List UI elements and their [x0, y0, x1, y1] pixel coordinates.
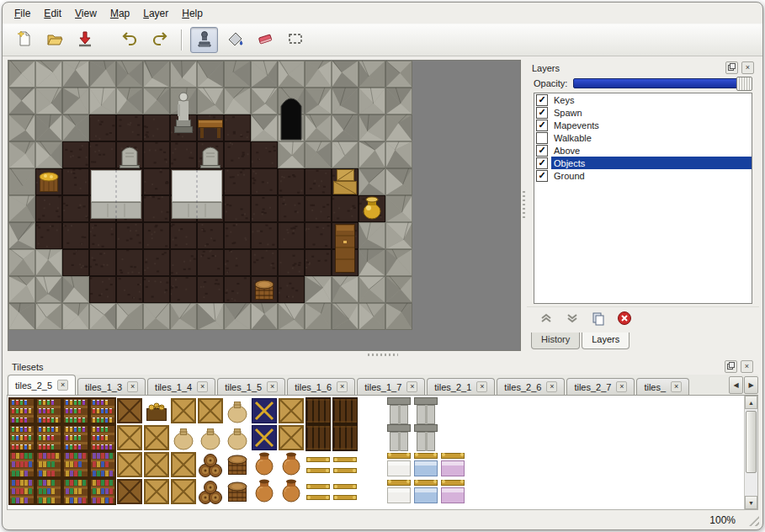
menu-edit[interactable]: Edit — [37, 5, 68, 22]
map-view[interactable] — [8, 60, 521, 351]
fill-tool-button[interactable] — [220, 27, 248, 53]
raise-layer-button[interactable] — [537, 311, 555, 329]
tileset-view[interactable]: ▲ ▼ — [7, 396, 758, 510]
tileset-canvas[interactable] — [8, 397, 466, 505]
tab-close-icon[interactable]: × — [197, 381, 208, 392]
tileset-tab-label: tiles_2_5 — [15, 380, 52, 391]
resize-grip[interactable] — [749, 516, 759, 526]
float-dock-button[interactable] — [725, 360, 737, 373]
layer-visibility-checkbox[interactable]: ✓ — [536, 170, 548, 182]
layer-label: Ground — [554, 171, 585, 181]
tileset-tab-tiles_2_6[interactable]: tiles_2_6× — [497, 378, 565, 395]
scroll-down-button[interactable]: ▼ — [745, 496, 757, 509]
stamp-tool-button[interactable] — [190, 27, 218, 53]
tileset-tab-tiles_1_3[interactable]: tiles_1_3× — [77, 378, 146, 395]
layer-row-ground[interactable]: ✓Ground — [534, 169, 752, 182]
layer-row-keys[interactable]: ✓Keys — [534, 93, 752, 106]
tabs-scroll-right-button[interactable]: ▶ — [744, 376, 758, 394]
tab-close-icon[interactable]: × — [406, 381, 417, 392]
tab-scroll-arrows: ◀ ▶ — [727, 376, 758, 394]
menu-layer[interactable]: Layer — [136, 5, 175, 22]
opacity-slider-handle[interactable] — [736, 77, 752, 91]
tab-close-icon[interactable]: × — [476, 381, 487, 392]
menu-file[interactable]: File — [8, 5, 37, 22]
menu-help[interactable]: Help — [175, 5, 210, 22]
opacity-label: Opacity: — [534, 78, 567, 88]
stamp-tool-icon — [195, 29, 214, 51]
select-region-icon — [286, 29, 305, 51]
undo-icon — [120, 29, 139, 51]
close-icon: × — [745, 363, 749, 370]
layer-visibility-checkbox[interactable]: ✓ — [536, 94, 548, 106]
dock-tab-layers[interactable]: Layers — [582, 332, 630, 349]
vertical-splitter[interactable] — [521, 60, 527, 351]
layer-row-mapevents[interactable]: ✓Mapevents — [534, 119, 752, 131]
tileset-tab-label: tiles_2_1 — [434, 382, 471, 392]
layers-dock-titlebar: Layers × — [527, 60, 759, 76]
layer-row-above[interactable]: ✓Above — [534, 144, 752, 157]
tab-close-icon[interactable]: × — [267, 381, 278, 392]
lower-layer-button[interactable] — [563, 311, 582, 329]
tileset-tab-label: tiles_1_3 — [85, 382, 122, 392]
dock-tab-bar: HistoryLayers — [527, 332, 759, 351]
scrollbar-thumb[interactable] — [746, 411, 757, 473]
tileset-tab-tiles_1_5[interactable]: tiles_1_5× — [217, 378, 285, 395]
tabs-scroll-left-button[interactable]: ◀ — [729, 376, 743, 394]
layer-visibility-checkbox[interactable]: ✓ — [536, 145, 548, 157]
dock-tab-history[interactable]: History — [531, 332, 580, 349]
menu-view[interactable]: View — [68, 5, 104, 22]
undo-button[interactable] — [115, 27, 143, 53]
duplicate-layer-button[interactable] — [589, 311, 608, 329]
tileset-tab-label: tiles_1_4 — [155, 382, 192, 392]
layer-row-objects[interactable]: ✓Objects — [534, 157, 752, 169]
tileset-scrollbar[interactable]: ▲ ▼ — [744, 396, 757, 509]
zoom-level: 100% — [709, 514, 736, 526]
lower-layer-icon — [565, 311, 580, 329]
layer-label: Keys — [554, 95, 574, 105]
layer-row-walkable[interactable]: Walkable — [534, 131, 752, 144]
save-button[interactable] — [71, 27, 98, 53]
layer-toolbar — [527, 306, 759, 332]
map-canvas[interactable] — [8, 61, 412, 330]
tileset-tab-tiles_2_1[interactable]: tiles_2_1× — [427, 378, 495, 395]
open-folder-icon — [45, 29, 64, 51]
tab-close-icon[interactable]: × — [671, 381, 682, 392]
float-icon — [728, 63, 736, 72]
app-window: FileEditViewMapLayerHelp — [2, 2, 763, 530]
tab-close-icon[interactable]: × — [546, 381, 557, 392]
tab-close-icon[interactable]: × — [337, 381, 348, 392]
close-dock-button[interactable]: × — [741, 61, 754, 74]
redo-icon — [151, 29, 169, 51]
float-dock-button[interactable] — [725, 61, 738, 74]
open-file-button[interactable] — [40, 27, 68, 53]
duplicate-layer-icon — [591, 311, 606, 329]
layer-visibility-checkbox[interactable]: ✓ — [536, 107, 548, 119]
tileset-tab-tiles_2_7[interactable]: tiles_2_7× — [566, 378, 635, 395]
redo-button[interactable] — [146, 27, 173, 53]
menu-map[interactable]: Map — [104, 5, 136, 22]
select-region-tool-button[interactable] — [281, 27, 309, 53]
tileset-tab-tiles_1_4[interactable]: tiles_1_4× — [147, 378, 215, 395]
layer-visibility-checkbox[interactable]: ✓ — [536, 157, 548, 169]
opacity-slider[interactable] — [573, 78, 752, 88]
delete-layer-button[interactable] — [615, 311, 634, 329]
tileset-tab-tiles[interactable]: tiles_× — [636, 378, 689, 395]
close-dock-button[interactable]: × — [741, 360, 753, 373]
tilesets-dock-titlebar: Tilesets × — [7, 359, 758, 375]
layer-visibility-checkbox[interactable] — [536, 132, 548, 144]
scrollbar-track[interactable] — [745, 409, 757, 496]
tab-close-icon[interactable]: × — [127, 381, 138, 392]
eraser-tool-button[interactable] — [251, 27, 279, 53]
splitter-grip — [523, 191, 525, 220]
tileset-tab-tiles_1_6[interactable]: tiles_1_6× — [287, 378, 355, 395]
scroll-up-button[interactable]: ▲ — [745, 396, 757, 409]
tab-close-icon[interactable]: × — [616, 381, 627, 392]
horizontal-splitter[interactable] — [3, 351, 762, 359]
new-file-button[interactable] — [10, 27, 38, 53]
tileset-tab-tiles_2_5[interactable]: tiles_2_5× — [8, 375, 76, 395]
eraser-tool-icon — [256, 29, 274, 51]
tab-close-icon[interactable]: × — [57, 380, 68, 391]
tileset-tab-tiles_1_7[interactable]: tiles_1_7× — [357, 378, 425, 395]
layer-visibility-checkbox[interactable]: ✓ — [536, 120, 548, 131]
layer-row-spawn[interactable]: ✓Spawn — [534, 106, 752, 119]
